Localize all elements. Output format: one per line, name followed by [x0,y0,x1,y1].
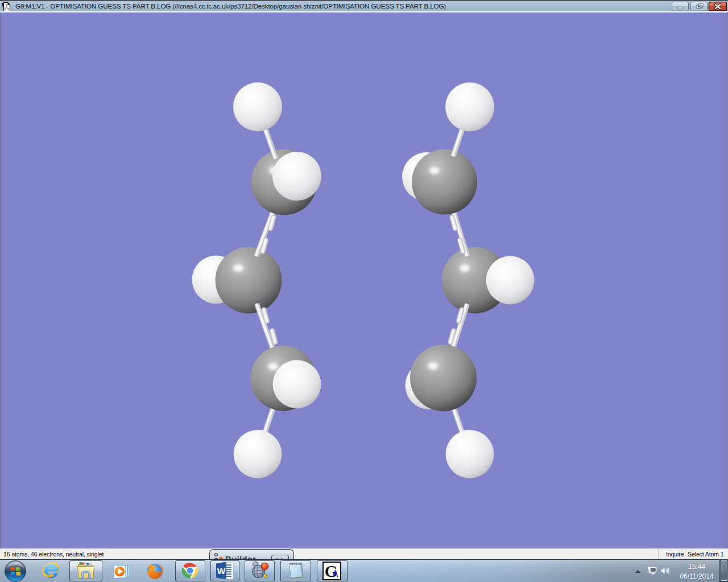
svg-text:W: W [217,566,226,576]
